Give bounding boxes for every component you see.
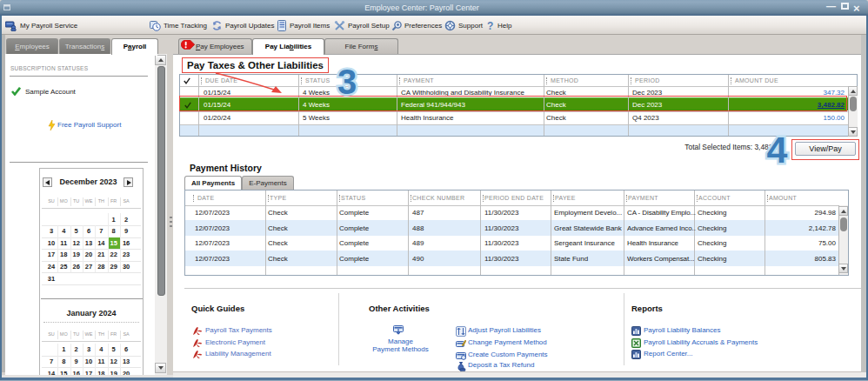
svg-text:4: 4 (767, 130, 788, 170)
svg-text:?: ? (487, 20, 493, 31)
svg-text:3: 3 (337, 63, 357, 101)
